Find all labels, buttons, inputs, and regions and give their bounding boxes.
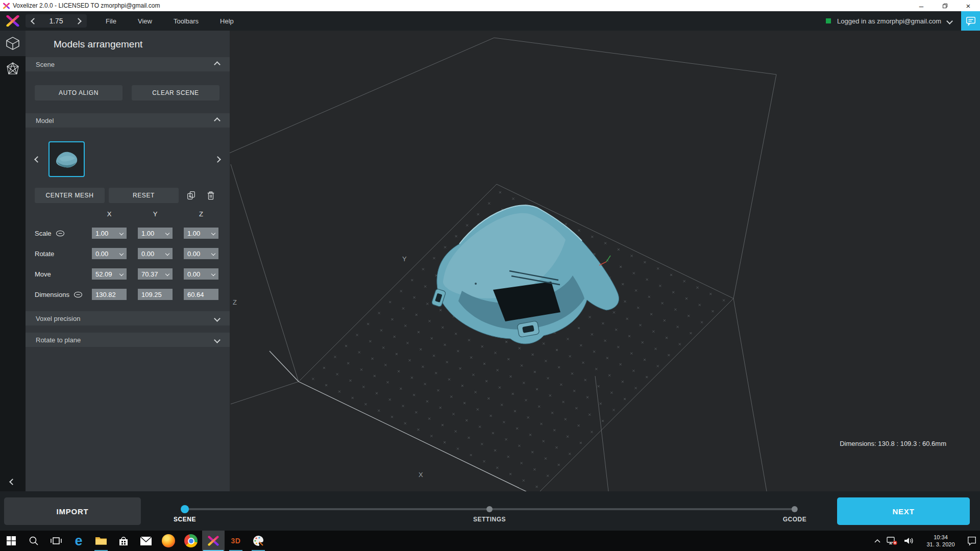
sidebar-item-voxel-tool[interactable]	[0, 56, 26, 82]
section-model[interactable]: Model	[26, 113, 230, 128]
step-settings[interactable]: SETTINGS	[473, 505, 506, 523]
nozzle-prev-icon[interactable]	[31, 18, 37, 24]
minimize-button[interactable]: –	[910, 0, 933, 11]
voxel-precision-chevron-icon[interactable]	[214, 315, 220, 322]
restore-icon	[942, 3, 948, 9]
move-y-field[interactable]: 70.37	[138, 268, 173, 280]
duplicate-model-button[interactable]	[186, 190, 197, 201]
step-gcode-label[interactable]: GCODE	[783, 516, 807, 523]
model-next-button[interactable]	[212, 154, 223, 164]
cube-wireframe-icon	[5, 36, 20, 51]
model-collapse-chevron-icon[interactable]	[214, 117, 220, 124]
delete-model-button[interactable]	[205, 190, 216, 201]
taskbar-edge[interactable]: e	[67, 531, 90, 551]
model-next-chevron-icon	[214, 156, 221, 163]
taskbar-store[interactable]	[112, 531, 135, 551]
model-mesh[interactable]	[431, 205, 619, 344]
dimensions-link-toggle-icon[interactable]	[74, 291, 83, 298]
page-title: Models arrangement	[54, 39, 142, 50]
taskbar-paint-3d[interactable]	[247, 531, 270, 551]
dimensions-z-field[interactable]: 60.64	[184, 289, 218, 300]
account-chevron-down-icon[interactable]	[946, 18, 953, 24]
scale-z-field[interactable]: 1.00	[184, 228, 218, 239]
step-gcode[interactable]: GCODE	[783, 505, 807, 523]
step-settings-label[interactable]: SETTINGS	[473, 516, 506, 523]
axis-gizmo	[599, 256, 610, 265]
menu-toolbars[interactable]: Toolbars	[163, 17, 209, 25]
auto-align-button[interactable]: AUTO ALIGN	[35, 85, 122, 101]
step-settings-dot[interactable]	[486, 506, 493, 512]
scale-x-field[interactable]: 1.00	[92, 228, 127, 239]
tray-time: 10:34	[920, 534, 961, 541]
import-button[interactable]: IMPORT	[4, 497, 141, 525]
menu-help[interactable]: Help	[209, 17, 244, 25]
viewport-3d[interactable]: Y Z X	[230, 31, 980, 491]
start-button[interactable]	[0, 531, 22, 551]
next-button[interactable]: NEXT	[837, 497, 970, 525]
tool-rail	[0, 31, 26, 491]
step-scene-label[interactable]: SCENE	[174, 516, 196, 523]
taskbar-search-button[interactable]	[22, 531, 45, 551]
reset-button[interactable]: RESET	[109, 188, 179, 203]
section-voxel-precision[interactable]: Voxel precision	[26, 311, 230, 325]
dimensions-x-field[interactable]: 130.82	[92, 289, 127, 300]
menubar: 1.75 File View Toolbars Help Logged in a…	[0, 11, 980, 31]
rotate-y-field[interactable]: 0.00	[138, 248, 173, 259]
scene-collapse-chevron-icon[interactable]	[214, 61, 220, 68]
scale-link-toggle-icon[interactable]	[56, 230, 65, 237]
taskbar-3d-builder[interactable]: 3D	[225, 531, 247, 551]
network-disconnected-icon[interactable]	[887, 536, 898, 545]
microsoft-store-icon	[118, 535, 129, 546]
section-rotate-to-plane[interactable]: Rotate to plane	[26, 333, 230, 347]
center-mesh-button[interactable]: CENTER MESH	[35, 188, 105, 203]
login-status[interactable]: Logged in as zmorphpi@gmail.com	[837, 17, 941, 25]
step-scene[interactable]: SCENE	[174, 505, 196, 523]
sidebar-item-models-arrangement[interactable]	[0, 31, 26, 56]
step-gcode-dot[interactable]	[792, 506, 798, 512]
tray-chevron-up-icon[interactable]	[874, 538, 881, 543]
taskbar-chrome[interactable]	[180, 531, 202, 551]
move-z-field[interactable]: 0.00	[184, 268, 218, 280]
feedback-button[interactable]	[961, 11, 980, 31]
clear-scene-button[interactable]: CLEAR SCENE	[132, 85, 219, 101]
task-view-button[interactable]	[45, 531, 67, 551]
axis-header-y: Y	[138, 210, 173, 218]
dimensions-y-field[interactable]: 109.25	[138, 289, 173, 300]
axis-header-z: Z	[184, 210, 218, 218]
bottom-bar: IMPORT SCENE SETTINGS GCODE NEXT	[0, 491, 980, 531]
taskbar-firefox[interactable]	[157, 531, 180, 551]
windows-start-icon	[7, 536, 16, 545]
rotate-to-plane-chevron-icon[interactable]	[214, 337, 220, 343]
taskbar-voxelizer[interactable]	[202, 531, 225, 551]
axis-label-z: Z	[233, 298, 237, 306]
rotate-z-field[interactable]: 0.00	[184, 248, 218, 259]
close-button[interactable]: ×	[957, 0, 980, 11]
nozzle-next-icon[interactable]	[75, 18, 82, 24]
collapse-chevron-icon	[9, 479, 16, 485]
volume-icon[interactable]	[903, 536, 915, 545]
model-prev-button[interactable]	[32, 154, 42, 164]
restore-button[interactable]	[933, 0, 957, 11]
nozzle-value[interactable]: 1.75	[49, 17, 63, 25]
paint-3d-icon	[252, 535, 264, 547]
collapse-panel-button[interactable]	[10, 477, 15, 486]
section-scene[interactable]: Scene	[26, 57, 230, 71]
models-arrangement-panel: Models arrangement Scene AUTO ALIGN CLEA…	[26, 31, 230, 491]
step-scene-dot[interactable]	[181, 505, 189, 513]
scale-y-field[interactable]: 1.00	[138, 228, 173, 239]
move-x-field[interactable]: 52.09	[92, 268, 127, 280]
mail-icon	[140, 536, 152, 546]
scene-canvas[interactable]: Y Z X	[230, 31, 980, 491]
tray-clock[interactable]: 10:34 31. 3. 2020	[920, 534, 961, 548]
taskbar-mail[interactable]	[135, 531, 157, 551]
action-center-icon[interactable]	[967, 536, 977, 546]
taskbar-file-explorer[interactable]	[90, 531, 112, 551]
3d-builder-icon: 3D	[231, 537, 241, 545]
voxelizer-logo	[0, 15, 26, 27]
rotate-x-field[interactable]: 0.00	[92, 248, 127, 259]
menu-view[interactable]: View	[127, 17, 163, 25]
rotate-row-label: Rotate	[35, 248, 54, 259]
dropdown-chevron-icon	[119, 272, 124, 276]
model-thumbnail[interactable]	[48, 141, 85, 177]
menu-file[interactable]: File	[95, 17, 127, 25]
